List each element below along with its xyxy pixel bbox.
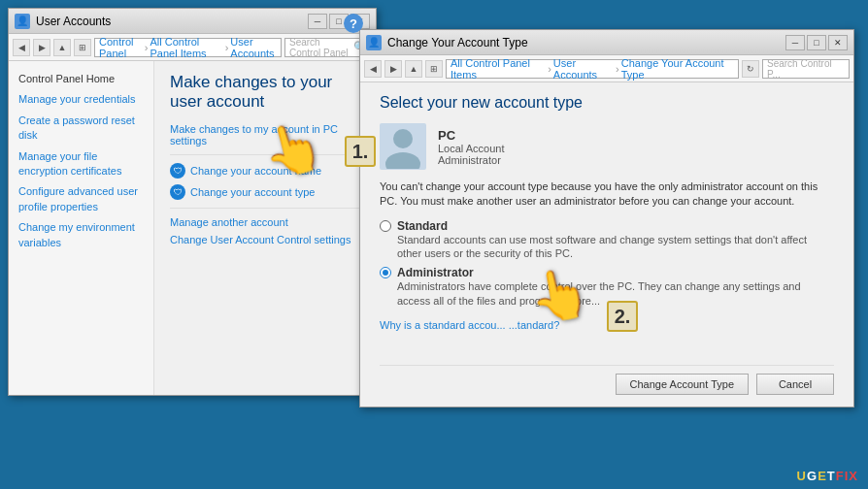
second-content: Select your new account type PC Local Ac… <box>360 82 853 407</box>
divider2 <box>170 208 360 209</box>
standard-radio-option[interactable]: Standard Standard accounts can use most … <box>380 219 834 261</box>
warning-text: You can't change your account type becau… <box>380 179 834 210</box>
sidebar-item-credentials[interactable]: Manage your credentials <box>9 89 153 110</box>
recent-locations-button[interactable]: ⊞ <box>74 39 91 56</box>
user-type1: Local Account <box>438 143 505 154</box>
help-button[interactable]: ? <box>344 14 363 33</box>
button-row: Change Account Type Cancel <box>380 365 834 395</box>
second-refresh-button[interactable]: ↻ <box>742 60 759 78</box>
admin-radio-button[interactable] <box>380 267 391 278</box>
sidebar: Control Panel Home Manage your credentia… <box>9 61 154 395</box>
window-icon: 👤 <box>15 14 30 29</box>
address-bar: ◀ ▶ ▲ ⊞ Control Panel › All Control Pane… <box>9 34 376 61</box>
main-content: Make changes to your user account Make c… <box>154 61 376 395</box>
manage-another-link[interactable]: Manage another account <box>170 216 360 228</box>
second-address-bar: ◀ ▶ ▲ ⊞ All Control Panel Items › User A… <box>360 55 853 82</box>
page-title: Make changes to your user account <box>170 73 360 112</box>
second-page-title: Select your new account type <box>380 94 834 112</box>
standard-radio-desc: Standard accounts can use most software … <box>397 233 834 261</box>
up-button[interactable]: ▲ <box>53 39 71 56</box>
sidebar-item-encryption[interactable]: Manage your file encryption certificates <box>9 147 153 182</box>
user-type2: Administrator <box>438 154 505 166</box>
title-bar: 👤 User Accounts ─ □ ✕ <box>9 9 376 34</box>
cancel-button[interactable]: Cancel <box>756 374 834 395</box>
second-minimize-button[interactable]: ─ <box>785 35 805 50</box>
admin-radio-desc: Administrators have complete control ove… <box>397 279 834 308</box>
second-window: 👤 Change Your Account Type ─ □ ✕ ◀ ▶ ▲ ⊞… <box>359 29 854 408</box>
standard-radio-label: Standard <box>397 219 834 233</box>
main-window: 👤 User Accounts ─ □ ✕ ◀ ▶ ▲ ⊞ Control Pa… <box>8 8 377 396</box>
sidebar-item-environment[interactable]: Change my environment variables <box>9 217 153 253</box>
search-placeholder: Search Control Panel <box>289 37 353 58</box>
second-close-button[interactable]: ✕ <box>828 35 848 50</box>
change-type-icon: 🛡 <box>170 184 185 200</box>
divider <box>170 154 360 155</box>
second-bc-change-type[interactable]: Change Your Account Type <box>621 57 734 81</box>
admin-radio-option[interactable]: Administrator Administrators have comple… <box>380 266 834 308</box>
window-title: User Accounts <box>36 15 308 28</box>
user-avatar <box>380 123 426 170</box>
change-name-icon: 🛡 <box>170 163 185 179</box>
window-body: Control Panel Home Manage your credentia… <box>9 61 376 395</box>
uac-settings-link[interactable]: Change User Account Control settings <box>170 234 360 245</box>
forward-button[interactable]: ▶ <box>33 39 50 56</box>
change-account-type-button[interactable]: Change Account Type <box>616 374 749 395</box>
second-search-bar[interactable]: Search Control P... <box>762 59 850 79</box>
user-info-row: PC Local Account Administrator <box>380 123 834 170</box>
change-type-link[interactable]: 🛡 Change your account type <box>170 184 360 200</box>
pc-settings-link[interactable]: Make changes to my account in PC setting… <box>170 123 360 147</box>
breadcrumb-bar[interactable]: Control Panel › All Control Panel Items … <box>94 38 282 57</box>
user-name: PC <box>438 128 505 143</box>
second-forward-button[interactable]: ▶ <box>384 60 402 78</box>
second-recent-button[interactable]: ⊞ <box>425 60 443 78</box>
svg-point-0 <box>393 129 413 148</box>
second-up-button[interactable]: ▲ <box>405 60 422 78</box>
second-title-bar-buttons: ─ □ ✕ <box>785 35 848 50</box>
breadcrumb-control-panel[interactable]: Control Panel <box>99 36 143 59</box>
second-maximize-button[interactable]: □ <box>807 35 826 50</box>
help-link[interactable]: Why is a standard accou... ...tandard? <box>380 319 834 331</box>
second-window-icon: 👤 <box>366 35 382 50</box>
second-title-bar: 👤 Change Your Account Type ─ □ ✕ <box>360 30 853 55</box>
breadcrumb-all-items[interactable]: All Control Panel Items <box>150 36 222 59</box>
admin-radio-label: Administrator <box>397 266 834 279</box>
second-search-placeholder: Search Control P... <box>767 58 845 80</box>
sidebar-item-home[interactable]: Control Panel Home <box>9 69 153 89</box>
second-back-button[interactable]: ◀ <box>364 60 382 78</box>
sidebar-item-password-reset[interactable]: Create a password reset disk <box>9 111 153 147</box>
minimize-button[interactable]: ─ <box>308 14 327 29</box>
change-type-label: Change your account type <box>190 186 315 198</box>
sidebar-item-advanced-profile[interactable]: Configure advanced user profile properti… <box>9 181 153 217</box>
watermark: UGETFIX <box>797 469 858 483</box>
back-button[interactable]: ◀ <box>13 39 30 56</box>
svg-point-1 <box>385 152 420 169</box>
user-details: PC Local Account Administrator <box>438 128 505 166</box>
breadcrumb-user-accounts[interactable]: User Accounts <box>230 36 277 59</box>
change-name-link[interactable]: 🛡 Change your account name <box>170 163 360 179</box>
standard-radio-button[interactable] <box>380 220 391 232</box>
change-name-label: Change your account name <box>190 165 321 177</box>
second-bc-user-accounts[interactable]: User Accounts <box>553 57 614 81</box>
second-bc-all-items[interactable]: All Control Panel Items <box>451 57 546 81</box>
second-breadcrumb-bar[interactable]: All Control Panel Items › User Accounts … <box>446 59 739 79</box>
second-window-title: Change Your Account Type <box>387 36 785 49</box>
